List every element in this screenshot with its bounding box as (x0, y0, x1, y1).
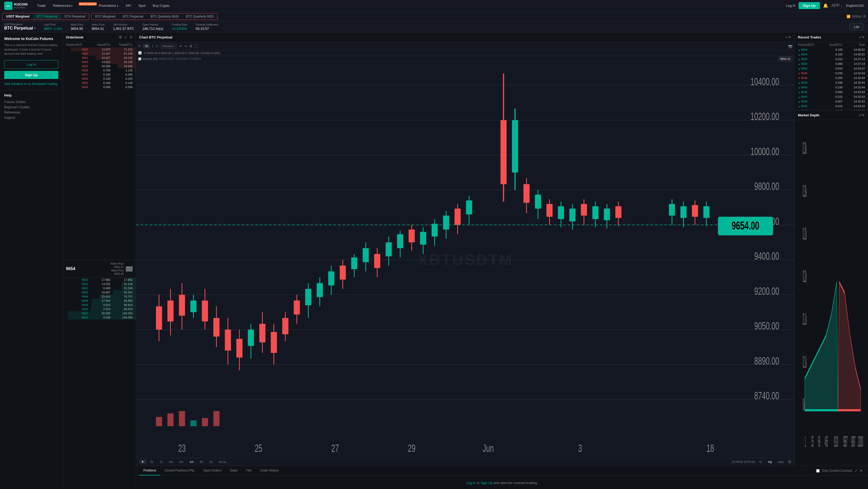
current-price-label: 9654.31 (778, 57, 793, 61)
only-current-checkbox[interactable] (816, 469, 819, 472)
camera-icon[interactable]: 📷 (788, 44, 793, 48)
tab-btc-quarterly-0626[interactable]: BTC Quarterly 0626 (147, 13, 182, 20)
login-button[interactable]: Log In (786, 4, 796, 8)
orderbook-settings-icon[interactable]: ⚙ (119, 35, 122, 39)
chart-collapse-btn[interactable]: ▼ (139, 459, 146, 464)
bell-icon[interactable]: 🔔 (823, 3, 828, 8)
trade-price: ▲ 9650 (798, 58, 820, 61)
nav-references[interactable]: References (50, 2, 75, 9)
pos-tab-order-history[interactable]: Order History (256, 466, 283, 476)
pos-tab-positions[interactable]: Positions (139, 466, 160, 476)
chart-close-icon[interactable]: ✕ (788, 35, 792, 39)
undo-icon[interactable]: ↩ (180, 44, 182, 48)
signup-button[interactable]: Sign Up (799, 2, 820, 9)
left-signup-button[interactable]: Sign Up (4, 71, 58, 79)
period-goto[interactable]: Go to... (217, 459, 230, 464)
ask-price: 9660 (66, 60, 88, 64)
indicators-button[interactable]: Indicators (160, 44, 176, 48)
tab-btc-quarterly-0925[interactable]: BTC Quarterly 0925 (182, 13, 218, 20)
fullscreen-icon[interactable]: ⛶ (195, 44, 198, 48)
welcome-title: Welcome to KuCoin Futures (4, 37, 58, 41)
candlestick-icon[interactable]: 🕯 (155, 44, 158, 47)
tab-btc-perpetual-2[interactable]: BTC Perpetual (119, 13, 147, 20)
svg-text:35: 35 (811, 433, 814, 450)
orderbook-bid-row: 9649 29.416 79.757 (63, 294, 136, 299)
pos-expand-icon[interactable]: ⤢ (855, 468, 858, 473)
nav-trade[interactable]: Trade (34, 2, 49, 9)
svg-text:Jun: Jun (483, 442, 494, 454)
orderbook-ask-row: 9663 13.973 71.212 (63, 47, 136, 52)
chart-expand-icon[interactable]: ⤢ (785, 35, 788, 39)
language-selector[interactable]: English/USD (846, 4, 864, 8)
ask-size: 0.790 (88, 69, 111, 72)
md-close-icon[interactable]: ✕ (862, 113, 865, 117)
chart-pct-btn[interactable]: % (757, 459, 764, 464)
chart-log-btn[interactable]: log (766, 459, 774, 464)
period-5y[interactable]: 5y (148, 459, 156, 464)
period-6m[interactable]: 6m (167, 459, 175, 464)
period-5d[interactable]: 5d (198, 459, 205, 464)
instrument-selector[interactable]: USDTMargined BTC Perpetual (4, 23, 36, 31)
period-1m[interactable]: 1m (188, 459, 196, 464)
orderbook-bid-row: 9653 17.882 17.882 (63, 278, 136, 282)
left-login-button[interactable]: Log In (4, 60, 58, 69)
chart-auto-btn[interactable]: auto (776, 459, 786, 464)
rt-expand-icon[interactable]: ⤢ (859, 35, 862, 39)
orderbook-expand-icon[interactable]: ⤢ (124, 35, 127, 39)
trade-price: ▼ 9646 (798, 72, 820, 75)
help-beginners-guides[interactable]: Beginner's Guides (4, 105, 58, 110)
period-1d[interactable]: 1d (207, 459, 215, 464)
logo[interactable]: KC KUCOIN FUTURES (4, 2, 28, 10)
app-icon[interactable]: APP ↓ (831, 3, 843, 8)
settings-icon[interactable]: ⚙ (863, 14, 866, 18)
nav-spot[interactable]: Spot (135, 2, 149, 9)
tab-group-1: USDT Margined BTC Perpetual ETH Perpetua… (2, 13, 89, 20)
nav-buy-crypto[interactable]: Buy Crypto (150, 2, 173, 9)
ask-total: 0.145 (111, 81, 133, 85)
help-futures-guides[interactable]: Futures Guides (4, 99, 58, 105)
md-expand-icon[interactable]: ⤢ (859, 113, 862, 117)
pos-signup-link[interactable]: Sign Up (480, 481, 493, 485)
sandbox-link[interactable]: Visit Sandbox to try Simulated Trading (4, 82, 58, 86)
svg-rect-110 (680, 206, 686, 218)
index-price-ob-label: Index Price (111, 262, 124, 265)
ask-size: 0.100 (88, 81, 111, 85)
help-references[interactable]: References (4, 110, 58, 115)
pos-tab-open-orders[interactable]: Open Orders (199, 466, 225, 476)
tab-btc-margined[interactable]: BTC Margined (92, 13, 119, 20)
timeframe-1h[interactable]: 1h (143, 44, 150, 48)
trade-time: 14:40:51 (843, 53, 865, 56)
tab-usdt-margined[interactable]: USDT Margined (2, 13, 33, 20)
pos-close-icon[interactable]: ✕ (860, 468, 863, 473)
ask-total: 0.045 (111, 86, 133, 89)
chart-settings-icon[interactable]: ⚙ (189, 44, 192, 48)
tab-btc-perpetual-1[interactable]: BTC Perpetual (33, 13, 61, 20)
instrument-bar: USDTMargined BTC Perpetual Last Price 96… (0, 22, 868, 32)
chart-tool-crosshair[interactable]: ✛ (138, 44, 141, 48)
nav-api[interactable]: API (122, 2, 134, 9)
tab-eth-perpetual[interactable]: ETH Perpetual (61, 13, 89, 20)
chart-trades-row: Chart BTC Perpetual ⤢ ✕ ✛ 1h | 🕯 Indicat… (136, 32, 868, 466)
orderbook-close-icon[interactable]: ✕ (129, 35, 133, 39)
lite-button[interactable]: Lite (849, 23, 864, 30)
nav-promotions[interactable]: Brand Upgrade Promotions (76, 2, 121, 9)
ask-size: 18.560 (88, 65, 111, 68)
pos-tab-closed-pnl[interactable]: Closed Positions PNL (160, 466, 199, 476)
chart-bottom-settings[interactable]: ⚙ (788, 460, 792, 464)
rt-close-icon[interactable]: ✕ (862, 35, 865, 39)
period-1y[interactable]: 1y (158, 459, 165, 464)
trade-size: 0.039 (820, 72, 842, 75)
orderbook-col-headers: Price(USDT) Size(BTC) Total(BTC) (63, 42, 136, 47)
svg-rect-60 (328, 271, 334, 285)
redo-icon[interactable]: ↪ (184, 44, 187, 48)
help-support[interactable]: Support (4, 115, 58, 120)
pos-tab-fills[interactable]: Fills (242, 466, 256, 476)
wifi-info: 📶 563ms ⚙ (846, 14, 866, 18)
period-3m[interactable]: 3m (177, 459, 185, 464)
pos-login-link[interactable]: Log In (466, 481, 475, 485)
chart-title: Chart BTC Perpetual (139, 35, 785, 39)
pos-tab-stops[interactable]: Stops (225, 466, 242, 476)
trade-size: 0.250 (820, 76, 842, 79)
orderbook-ask-row: 9654 0.045 0.045 (63, 85, 136, 89)
trade-time: 14:33:43 (843, 100, 865, 103)
